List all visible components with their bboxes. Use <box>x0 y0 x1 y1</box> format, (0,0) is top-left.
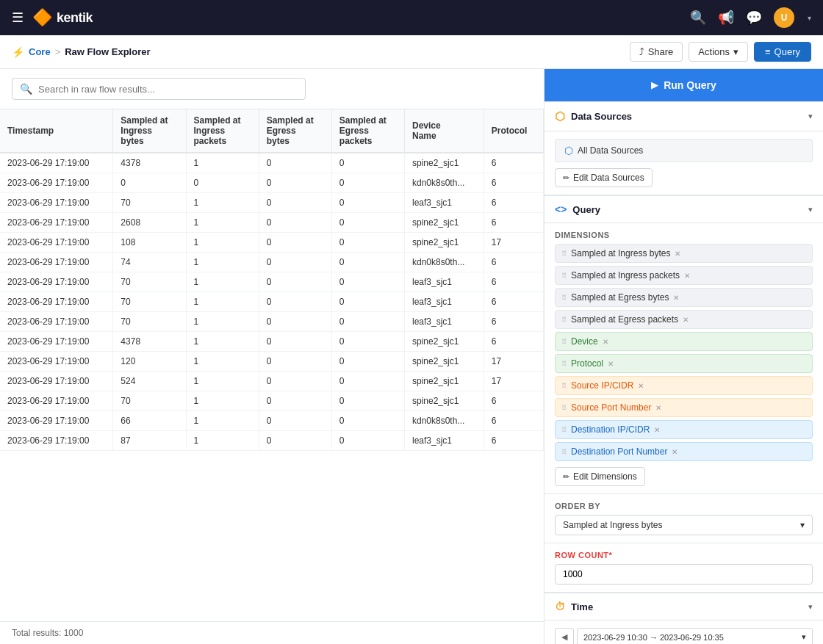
cell-ing-packets: 1 <box>186 431 259 451</box>
dimension-label: Sampled at Egress bytes <box>571 292 669 303</box>
run-query-button[interactable]: ▶ Run Query <box>545 69 823 101</box>
remove-dimension-icon[interactable]: ✕ <box>603 338 608 346</box>
cell-eg-packets: 0 <box>331 272 404 292</box>
remove-dimension-icon[interactable]: ✕ <box>654 426 660 434</box>
kentik-logo-icon: 🔶 <box>32 8 52 27</box>
table-row: 2023-06-29 17:19:00 0 0 0 0 kdn0k8s0th..… <box>0 173 544 193</box>
cell-eg-bytes: 0 <box>259 292 331 312</box>
dimension-tag[interactable]: ⠿ Sampled at Ingress bytes ✕ <box>555 244 813 263</box>
cell-ing-packets: 1 <box>186 233 259 253</box>
remove-dimension-icon[interactable]: ✕ <box>638 382 644 390</box>
dimension-tag[interactable]: ⠿ Sampled at Ingress packets ✕ <box>555 266 813 285</box>
remove-dimension-icon[interactable]: ✕ <box>675 250 680 258</box>
drag-handle-icon: ⠿ <box>561 382 567 390</box>
cell-ing-bytes: 2608 <box>113 213 186 233</box>
search-input[interactable] <box>38 84 298 95</box>
cell-ing-bytes: 70 <box>113 391 186 411</box>
kentik-logo-text: kentik <box>57 10 93 26</box>
query-section-header[interactable]: <> Query ▾ <box>545 195 823 223</box>
table-row: 2023-06-29 17:19:00 4378 1 0 0 spine2_sj… <box>0 332 544 352</box>
hamburger-icon[interactable]: ☰ <box>12 10 24 26</box>
edit-data-sources-label: Edit Data Sources <box>573 173 644 183</box>
drag-handle-icon: ⠿ <box>561 338 567 346</box>
cell-protocol: 6 <box>484 213 543 233</box>
avatar-caret-icon[interactable]: ▾ <box>808 14 811 22</box>
navbar: ☰ 🔶 kentik 🔍 📢 💬 U ▾ <box>0 0 823 35</box>
remove-dimension-icon[interactable]: ✕ <box>672 448 678 456</box>
cell-device: leaf3_sjc1 <box>404 193 484 213</box>
cell-eg-bytes: 0 <box>259 213 331 233</box>
time-prev-button[interactable]: ◀ <box>555 628 574 644</box>
cell-timestamp: 2023-06-29 17:19:00 <box>0 213 113 233</box>
table-row: 2023-06-29 17:19:00 74 1 0 0 kdn0k8s0th.… <box>0 253 544 272</box>
cell-ing-bytes: 70 <box>113 312 186 332</box>
cell-eg-packets: 0 <box>331 213 404 233</box>
cell-ing-packets: 1 <box>186 253 259 272</box>
cell-ing-packets: 1 <box>186 153 259 173</box>
search-input-wrap: 🔍 <box>12 78 306 100</box>
cell-timestamp: 2023-06-29 17:19:00 <box>0 193 113 213</box>
cell-ing-bytes: 108 <box>113 233 186 253</box>
order-by-select[interactable]: Sampled at Ingress bytes ▾ <box>555 515 813 535</box>
remove-dimension-icon[interactable]: ✕ <box>684 272 690 280</box>
drag-handle-icon: ⠿ <box>561 448 567 456</box>
dimension-tag[interactable]: ⠿ Sampled at Egress bytes ✕ <box>555 288 813 307</box>
breadcrumb-core[interactable]: Core <box>29 46 51 57</box>
drag-handle-icon: ⠿ <box>561 272 567 280</box>
cell-eg-packets: 0 <box>331 411 404 431</box>
query-button[interactable]: ≡ Query <box>754 42 811 62</box>
search-icon[interactable]: 🔍 <box>690 10 706 26</box>
remove-dimension-icon[interactable]: ✕ <box>683 316 689 324</box>
dimension-label: Device <box>571 336 598 347</box>
cell-ing-bytes: 66 <box>113 411 186 431</box>
share-button[interactable]: ⤴ Share <box>630 42 683 62</box>
table-row: 2023-06-29 17:19:00 70 1 0 0 leaf3_sjc1 … <box>0 312 544 332</box>
cell-protocol: 6 <box>484 253 543 272</box>
message-icon[interactable]: 💬 <box>746 10 762 26</box>
cell-eg-packets: 0 <box>331 193 404 213</box>
dimension-tag[interactable]: ⠿ Protocol ✕ <box>555 354 813 373</box>
remove-dimension-icon[interactable]: ✕ <box>655 404 661 412</box>
cell-ing-bytes: 0 <box>113 173 186 193</box>
dimension-tag[interactable]: ⠿ Source IP/CIDR ✕ <box>555 376 813 395</box>
dimension-tag[interactable]: ⠿ Source Port Number ✕ <box>555 398 813 417</box>
dimension-tag[interactable]: ⠿ Sampled at Egress packets ✕ <box>555 310 813 329</box>
remove-dimension-icon[interactable]: ✕ <box>608 360 614 368</box>
table-wrap[interactable]: Timestamp Sampled atIngressbytes Sampled… <box>0 109 544 621</box>
cell-eg-packets: 0 <box>331 372 404 391</box>
table-footer: Total results: 1000 <box>0 621 544 644</box>
time-range-select[interactable]: 2023-06-29 10:30 → 2023-06-29 10:35 ▾ <box>577 628 813 644</box>
col-eg-packets: Sampled atEgresspackets <box>331 109 404 153</box>
cell-ing-packets: 1 <box>186 352 259 372</box>
data-sources-section-header[interactable]: ⬡ Data Sources ▾ <box>545 101 823 131</box>
col-protocol: Protocol <box>484 109 543 153</box>
cell-ing-packets: 1 <box>186 272 259 292</box>
dimension-tag[interactable]: ⠿ Destination IP/CIDR ✕ <box>555 420 813 439</box>
cell-ing-bytes: 74 <box>113 253 186 272</box>
breadcrumb-left: ⚡ Core > Raw Flow Explorer <box>12 46 624 58</box>
search-bar: 🔍 <box>0 69 544 109</box>
all-data-sources-button[interactable]: ⬡ All Data Sources <box>555 139 813 162</box>
dimension-tag[interactable]: ⠿ Device ✕ <box>555 332 813 351</box>
table-row: 2023-06-29 17:19:00 108 1 0 0 spine2_sjc… <box>0 233 544 253</box>
cell-timestamp: 2023-06-29 17:19:00 <box>0 372 113 391</box>
bell-icon[interactable]: 📢 <box>718 10 734 26</box>
edit-dimensions-button[interactable]: ✏ Edit Dimensions <box>555 467 645 486</box>
actions-button[interactable]: Actions ▾ <box>689 42 748 62</box>
query-label: Query <box>775 46 800 57</box>
cell-eg-bytes: 0 <box>259 272 331 292</box>
remove-dimension-icon[interactable]: ✕ <box>673 294 679 302</box>
row-count-input[interactable] <box>555 564 813 585</box>
edit-data-sources-button[interactable]: ✏ Edit Data Sources <box>555 168 653 187</box>
avatar[interactable]: U <box>774 7 794 28</box>
cell-eg-packets: 0 <box>331 233 404 253</box>
cell-ing-packets: 1 <box>186 312 259 332</box>
cell-eg-bytes: 0 <box>259 233 331 253</box>
time-section-header[interactable]: ⏱ Time ▾ <box>545 593 823 621</box>
cell-eg-packets: 0 <box>331 173 404 193</box>
cell-eg-bytes: 0 <box>259 391 331 411</box>
cell-ing-bytes: 70 <box>113 272 186 292</box>
order-by-value: Sampled at Ingress bytes <box>563 520 662 530</box>
cell-device: spine2_sjc1 <box>404 372 484 391</box>
dimension-tag[interactable]: ⠿ Destination Port Number ✕ <box>555 442 813 461</box>
